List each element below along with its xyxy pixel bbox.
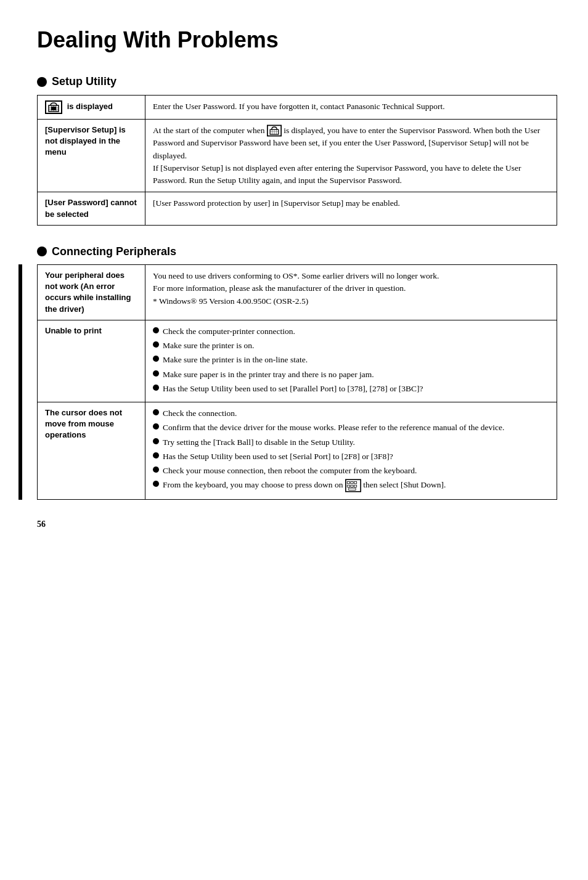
list-bullet (153, 327, 159, 333)
list-bullet (153, 356, 159, 362)
cursor-list: Check the connection. Confirm that the d… (153, 407, 549, 492)
list-bullet (153, 452, 159, 458)
list-item-text: Make sure the printer is in the on-line … (163, 354, 308, 366)
row-left: [User Password] cannot be selected (38, 192, 145, 225)
list-item-text: Check the computer-printer connection. (163, 325, 295, 338)
list-item-text: Check your mouse connection, then reboot… (163, 465, 417, 477)
list-item: From the keyboard, you may choose to pre… (153, 479, 549, 492)
peripheral-line-3: * Windows® 95 Version 4.00.950C (OSR-2.5… (153, 296, 308, 306)
list-item: Check the connection. (153, 407, 549, 420)
lock-icon (45, 100, 62, 114)
list-item: Has the Setup Utility been used to set [… (153, 450, 549, 463)
row-left: Your peripheral does not work (An error … (38, 265, 145, 320)
list-item: Make sure the printer is on. (153, 340, 549, 352)
list-item-text: Make sure paper is in the printer tray a… (163, 369, 374, 381)
keyboard-icon (345, 479, 361, 492)
row-is-displayed-text: is displayed (67, 102, 113, 111)
list-item-text: From the keyboard, you may choose to pre… (163, 479, 446, 492)
row-right: [User Password protection by user] in [S… (145, 192, 557, 225)
list-item-text: Check the connection. (163, 407, 237, 420)
list-item: Check your mouse connection, then reboot… (153, 465, 549, 477)
left-bar-decoration (18, 264, 22, 500)
list-bullet (153, 438, 159, 444)
list-item: Make sure the printer is in the on-line … (153, 354, 549, 366)
table-row: The cursor does not move from mouse oper… (38, 402, 557, 500)
section-setup-utility: Setup Utility (37, 74, 557, 89)
list-bullet (153, 341, 159, 348)
connecting-peripherals-table-wrapper: Your peripheral does not work (An error … (37, 264, 557, 500)
table-row: [User Password] cannot be selected [User… (38, 192, 557, 225)
list-item: Confirm that the device driver for the m… (153, 422, 549, 434)
row-right: Check the computer-printer connection. M… (145, 320, 557, 402)
list-item-text: Try setting the [Track Ball] to disable … (163, 436, 355, 449)
list-item: Try setting the [Track Ball] to disable … (153, 436, 549, 449)
section-setup-utility-label: Setup Utility (52, 74, 116, 89)
list-item: Make sure paper is in the printer tray a… (153, 369, 549, 381)
lock-icon-inline (267, 124, 282, 137)
list-item: Has the Setup Utility been used to set [… (153, 383, 549, 395)
connecting-peripherals-table: Your peripheral does not work (An error … (37, 264, 557, 500)
list-item-text: Has the Setup Utility been used to set [… (163, 450, 393, 463)
row-left: is displayed (38, 95, 145, 119)
peripheral-line-1: You need to use drivers conforming to OS… (153, 271, 439, 280)
row-right: You need to use drivers conforming to OS… (145, 265, 557, 320)
section-bullet-icon-2 (37, 246, 47, 256)
list-bullet (153, 409, 159, 415)
row-left: Unable to print (38, 320, 145, 402)
table-row: Unable to print Check the computer-print… (38, 320, 557, 402)
row-left: [Supervisor Setup] is not displayed in t… (38, 119, 145, 192)
list-bullet (153, 423, 159, 430)
row-right: At the start of the computer when is dis… (145, 119, 557, 192)
peripheral-line-2: For more information, please ask the man… (153, 283, 406, 293)
row-right: Enter the User Password. If you have for… (145, 95, 557, 119)
row-right: Check the connection. Confirm that the d… (145, 402, 557, 500)
list-item-text: Confirm that the device driver for the m… (163, 422, 504, 434)
list-bullet (153, 466, 159, 473)
list-item-text: Make sure the printer is on. (163, 340, 254, 352)
list-bullet (153, 385, 159, 391)
section-bullet-icon (37, 77, 47, 87)
table-row: [Supervisor Setup] is not displayed in t… (38, 119, 557, 192)
page-number: 56 (37, 518, 557, 531)
setup-utility-table: is displayed Enter the User Password. If… (37, 95, 557, 226)
section-connecting-peripherals-label: Connecting Peripherals (52, 244, 176, 259)
section-connecting-peripherals: Connecting Peripherals (37, 244, 557, 259)
row-left: The cursor does not move from mouse oper… (38, 402, 145, 500)
unable-to-print-list: Check the computer-printer connection. M… (153, 325, 549, 395)
table-row: is displayed Enter the User Password. If… (38, 95, 557, 119)
page-title: Dealing With Problems (37, 25, 557, 55)
table-row: Your peripheral does not work (An error … (38, 265, 557, 320)
list-bullet (153, 481, 159, 487)
list-item-text: Has the Setup Utility been used to set [… (163, 383, 423, 395)
list-item: Check the computer-printer connection. (153, 325, 549, 338)
list-bullet (153, 370, 159, 377)
